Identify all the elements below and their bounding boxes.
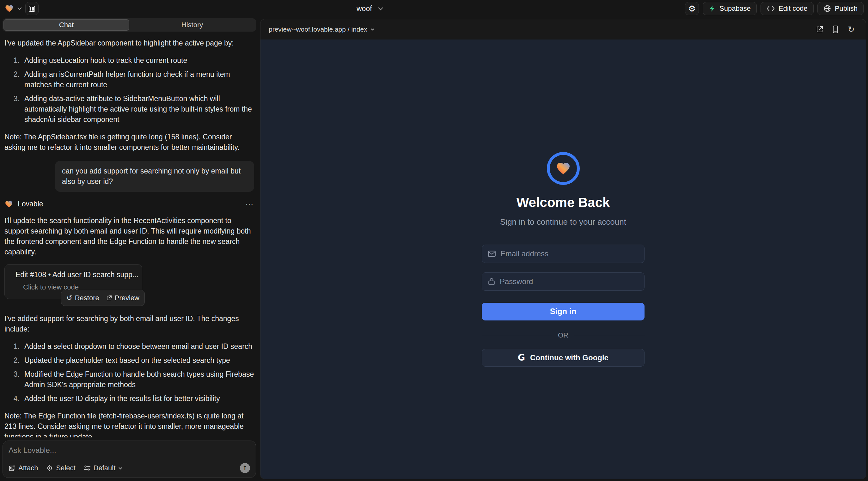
composer: Attach Select Default ↑ (3, 441, 256, 478)
assistant-header: Lovable ⋯ (4, 199, 254, 209)
assistant-note-2: Note: The Edge Function file (fetch-fire… (4, 411, 254, 438)
chat-panel: Chat History I've updated the AppSidebar… (0, 17, 258, 481)
supabase-button[interactable]: Supabase (703, 2, 757, 15)
edit-code-button[interactable]: Edit code (761, 2, 814, 15)
chat-history-tabs: Chat History (3, 18, 256, 32)
restore-icon: ↺ (66, 293, 72, 303)
supabase-bolt-icon (709, 5, 716, 12)
select-label: Select (56, 464, 75, 472)
preview-panel: preview--woof.lovable.app / index ↻ Welc… (260, 19, 866, 479)
gear-icon: ⚙ (688, 4, 696, 13)
assistant-name: Lovable (18, 199, 43, 209)
restore-label: Restore (75, 293, 99, 303)
lovable-logo-heart-icon[interactable] (4, 4, 14, 13)
email-field[interactable] (500, 249, 639, 258)
assistant-numbered-list: Adding useLocation hook to track the cur… (4, 55, 254, 125)
mode-label: Default (94, 464, 116, 472)
edit-card-title: Edit #108 • Add user ID search supp... (16, 269, 138, 280)
tab-chat[interactable]: Chat (3, 19, 129, 31)
globe-icon (824, 5, 831, 12)
external-link-icon (106, 295, 112, 301)
publish-label: Publish (835, 4, 858, 13)
restore-button[interactable]: ↺ Restore (66, 293, 99, 303)
password-field[interactable] (500, 277, 639, 286)
top-bar: woof ⚙ Supabase Edit code Publish (0, 0, 868, 17)
edit-card-wrap: Edit #108 • Add user ID search supp... C… (4, 264, 142, 299)
attach-image-icon (8, 464, 16, 472)
app-logo-heart-icon (555, 161, 571, 176)
password-field-wrap (482, 272, 645, 291)
sign-in-button[interactable]: Sign in (482, 303, 645, 320)
toggle-sidebar-button[interactable] (25, 2, 38, 15)
send-button[interactable]: ↑ (240, 463, 250, 473)
list-item: Modified the Edge Function to handle bot… (11, 369, 254, 390)
user-message-bubble: can you add support for searching not on… (55, 161, 254, 192)
mode-selector[interactable]: Default (84, 464, 123, 472)
auth-card: Welcome Back Sign in to continue to your… (482, 152, 645, 366)
open-in-new-tab-button[interactable] (813, 26, 826, 33)
assistant-message-intro-2: I'll update the search functionality in … (4, 216, 254, 257)
app-logo-ring (547, 152, 580, 185)
list-item: Adding useLocation hook to track the cur… (11, 55, 254, 66)
google-label: Continue with Google (530, 353, 609, 362)
chat-input[interactable] (8, 446, 250, 463)
mail-icon (488, 250, 496, 257)
select-button[interactable]: Select (46, 464, 75, 472)
list-item: Adding data-active attribute to SidebarM… (11, 94, 254, 125)
supabase-label: Supabase (719, 4, 751, 13)
more-options-icon[interactable]: ⋯ (245, 200, 254, 208)
lock-icon (488, 278, 495, 286)
list-item: Updated the placeholder text based on th… (11, 355, 254, 366)
assistant-note: Note: The AppSidebar.tsx file is getting… (4, 132, 254, 153)
welcome-heading: Welcome Back (517, 195, 610, 210)
list-item: Adding an isCurrentPath helper function … (11, 69, 254, 90)
project-name[interactable]: woof (356, 4, 372, 13)
assistant-numbered-list: Added a select dropdown to choose betwee… (4, 341, 254, 404)
google-g-icon: G (518, 352, 525, 363)
continue-with-google-button[interactable]: G Continue with Google (482, 349, 645, 366)
preview-label: Preview (115, 293, 140, 303)
logo-chevron-down-icon[interactable] (17, 7, 22, 10)
project-chevron-down-icon[interactable] (378, 7, 383, 10)
assistant-message-intro: I've updated the AppSidebar component to… (4, 38, 254, 49)
list-item: Added the user ID display in the results… (11, 393, 254, 404)
refresh-icon: ↻ (848, 25, 855, 33)
mobile-device-icon (832, 25, 839, 33)
sidebar-panel-icon (28, 5, 36, 12)
url-chevron-down-icon[interactable] (370, 28, 375, 31)
edit-code-label: Edit code (779, 4, 808, 13)
lovable-avatar-heart-icon (4, 200, 13, 208)
preview-url[interactable]: preview--woof.lovable.app / index (269, 26, 367, 33)
or-label: OR (558, 331, 568, 340)
attach-label: Attach (18, 464, 38, 472)
mode-chevron-down-icon (118, 467, 123, 470)
external-link-icon (816, 26, 824, 33)
preview-frame: Welcome Back Sign in to continue to your… (260, 39, 866, 479)
email-field-wrap (482, 245, 645, 263)
list-item: Added a select dropdown to choose betwee… (11, 341, 254, 352)
tab-history[interactable]: History (129, 19, 255, 31)
refresh-button[interactable]: ↻ (845, 25, 858, 33)
publish-button[interactable]: Publish (817, 2, 864, 15)
preview-button[interactable]: Preview (106, 293, 140, 303)
chat-message-list[interactable]: I've updated the AppSidebar component to… (3, 32, 256, 438)
welcome-subheading: Sign in to continue to your account (500, 217, 626, 227)
settings-button[interactable]: ⚙ (685, 2, 699, 15)
code-brackets-icon (767, 5, 775, 12)
attach-button[interactable]: Attach (8, 464, 38, 472)
assistant-message-added: I've added support for searching by both… (4, 314, 254, 334)
mobile-view-button[interactable] (829, 25, 842, 33)
preview-url-bar: preview--woof.lovable.app / index ↻ (260, 19, 866, 39)
lovable-app: woof ⚙ Supabase Edit code Publish Chat (0, 0, 868, 481)
restore-preview-chip: ↺ Restore Preview (61, 290, 145, 306)
or-divider: OR (482, 331, 645, 340)
sliders-icon (84, 465, 91, 471)
target-select-icon (46, 464, 53, 472)
